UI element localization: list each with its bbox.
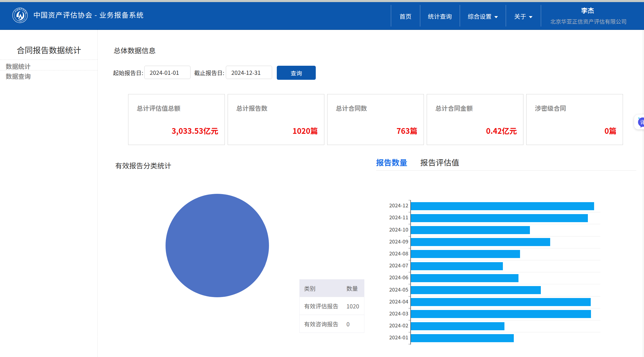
svg-text:a: a bbox=[18, 20, 19, 22]
svg-text:产: 产 bbox=[21, 8, 22, 10]
